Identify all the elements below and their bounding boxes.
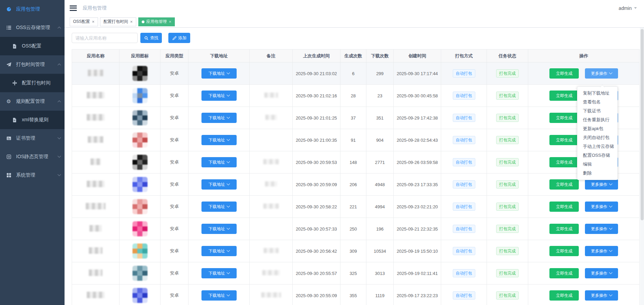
sidebar-item-IOS静态页管理[interactable]: IOS静态页管理: [0, 148, 65, 166]
download-url-dropdown-button[interactable]: 下载地址: [201, 179, 237, 190]
download-cell: 下载地址: [188, 85, 250, 107]
remark-cell: [250, 85, 293, 107]
hamburger-icon[interactable]: [70, 5, 77, 11]
table-row: 安卓 下载地址 2025-09-30 21:02:16 28 23 2025-0…: [72, 85, 640, 107]
user-dropdown[interactable]: admin: [619, 5, 637, 11]
app-icon-image: [132, 88, 148, 103]
app-name-cell: [72, 151, 120, 174]
download-url-dropdown-button[interactable]: 下载地址: [201, 135, 237, 145]
sidebar-item-label: 证书管理: [16, 135, 35, 141]
download-cell: 下载地址: [188, 151, 250, 174]
app-icon-image: [132, 199, 148, 214]
sidebar-item-系统管理[interactable]: 系统管理: [0, 166, 65, 184]
sidebar-item-应用包管理[interactable]: 应用包管理: [0, 0, 65, 18]
remark-cell: [250, 151, 293, 174]
dropdown-item-查看包名[interactable]: 查看包名: [577, 98, 617, 107]
more-actions-button[interactable]: 更多操作: [585, 290, 618, 301]
column-header: 操作: [528, 50, 640, 63]
download-cell: 下载地址: [188, 107, 250, 129]
certificate-icon: [6, 136, 12, 141]
dropdown-item-配置OSS存储[interactable]: 配置OSS存储: [577, 151, 617, 160]
sidebar-item-规则配置管理[interactable]: ⚙ 规则配置管理: [0, 92, 65, 111]
app-icon-image: [132, 244, 148, 259]
view-tab-配置打包时间[interactable]: 配置打包时间 ×: [100, 17, 136, 26]
created-time-cell: 2025-09-23 17:33:35: [394, 174, 441, 196]
list-icon: [6, 25, 12, 31]
dropdown-item-下载证书[interactable]: 下载证书: [577, 107, 617, 115]
pack-mode-cell: 自动打包: [441, 151, 487, 174]
page-content: 查找 添加 应用名称应用图标应用类型下载地址备注上次生成时间生成次数下载次数创建…: [65, 28, 644, 305]
tab-label: OSS配置: [73, 19, 90, 25]
sidebar-item-打包时间管理[interactable]: 打包时间管理: [0, 55, 65, 74]
more-actions-button[interactable]: 更多操作: [585, 246, 618, 256]
chevron-down-icon: [226, 115, 230, 119]
download-cell: 下载地址: [188, 262, 250, 285]
close-icon[interactable]: ×: [130, 19, 133, 24]
close-icon[interactable]: ×: [169, 19, 172, 24]
generate-now-button[interactable]: 立即生成: [549, 224, 579, 234]
task-status-cell: 打包完成: [487, 85, 528, 107]
dropdown-item-编辑[interactable]: 编辑: [577, 160, 617, 169]
sidebar-item-证书管理[interactable]: 证书管理: [0, 129, 65, 148]
last-generated-cell: 2025-09-30 21:00:35: [293, 129, 340, 151]
generate-count-cell: 325: [340, 262, 366, 285]
more-actions-button[interactable]: 更多操作: [585, 224, 618, 234]
download-count-cell: 2771: [366, 151, 394, 174]
download-cell: 下载地址: [188, 129, 250, 151]
download-url-dropdown-button[interactable]: 下载地址: [201, 202, 237, 212]
generate-now-button[interactable]: 立即生成: [549, 113, 579, 123]
download-count-cell: 3013: [366, 262, 394, 285]
redacted-app-name: [89, 247, 102, 254]
dropdown-item-复制下载地址[interactable]: 复制下载地址: [577, 89, 617, 98]
generate-now-button[interactable]: 立即生成: [549, 246, 579, 256]
last-generated-cell: 2025-09-30 20:55:57: [293, 262, 340, 285]
sidebar-item-配置打包时间[interactable]: 配置打包时间: [0, 74, 65, 92]
search-button[interactable]: 查找: [140, 33, 162, 43]
download-url-dropdown-button[interactable]: 下载地址: [201, 290, 237, 301]
sidebar-item-OSS云存储管理[interactable]: OSS云存储管理: [0, 18, 65, 37]
download-url-dropdown-button[interactable]: 下载地址: [201, 246, 237, 256]
add-button[interactable]: 添加: [168, 33, 190, 43]
view-tab-应用包管理[interactable]: 应用包管理 ×: [138, 17, 175, 26]
generate-now-button[interactable]: 立即生成: [549, 157, 579, 167]
generate-now-button[interactable]: 立即生成: [549, 91, 579, 101]
task-status-cell: 打包完成: [487, 285, 528, 305]
remark-cell: [250, 262, 293, 285]
download-url-dropdown-button[interactable]: 下载地址: [201, 113, 237, 123]
more-actions-button[interactable]: 更多操作: [585, 68, 618, 79]
dropdown-item-任务重新执行[interactable]: 任务重新执行: [577, 115, 617, 124]
close-icon[interactable]: ×: [92, 19, 95, 24]
move-icon: [12, 80, 17, 86]
dropdown-item-删除[interactable]: 删除: [577, 169, 617, 178]
sidebar-item-xml替换规则[interactable]: xml替换规则: [0, 111, 65, 129]
table-row: 安卓 下载地址 2025-09-30 20:57:33 250 196 2025…: [72, 218, 640, 240]
sidebar-item-OSS配置[interactable]: OSS配置: [0, 37, 65, 55]
download-url-dropdown-button[interactable]: 下载地址: [201, 224, 237, 234]
more-actions-button[interactable]: 更多操作: [585, 179, 618, 190]
more-actions-button[interactable]: 更多操作: [585, 202, 618, 212]
generate-now-button[interactable]: 立即生成: [549, 68, 579, 79]
send-icon: [6, 62, 12, 68]
dropdown-item-关闭自动打包[interactable]: 关闭自动打包: [577, 133, 617, 142]
download-url-dropdown-button[interactable]: 下载地址: [201, 268, 237, 278]
download-url-dropdown-button[interactable]: 下载地址: [201, 157, 237, 167]
generate-now-button[interactable]: 立即生成: [549, 202, 579, 212]
app-icon-cell: [120, 240, 160, 262]
more-actions-button[interactable]: 更多操作: [585, 268, 618, 278]
scrollbar-thumb[interactable]: [641, 29, 644, 220]
dropdown-item-更新apk包[interactable]: 更新apk包: [577, 124, 617, 133]
dropdown-item-手动上传云存储[interactable]: 手动上传云存储: [577, 142, 617, 151]
view-tab-OSS配置[interactable]: OSS配置 ×: [70, 17, 98, 26]
download-url-dropdown-button[interactable]: 下载地址: [201, 91, 237, 101]
vertical-scrollbar: [640, 28, 644, 305]
generate-now-button[interactable]: 立即生成: [549, 135, 579, 145]
generate-now-button[interactable]: 立即生成: [549, 179, 579, 190]
generate-now-button[interactable]: 立即生成: [549, 290, 579, 301]
created-time-cell: 2025-09-19 15:50:10: [394, 240, 441, 262]
created-time-cell: 2025-09-26 03:59:58: [394, 151, 441, 174]
generate-count-cell: 28: [340, 85, 366, 107]
generate-now-button[interactable]: 立即生成: [549, 268, 579, 278]
download-url-dropdown-button[interactable]: 下载地址: [201, 68, 237, 79]
app-name-search-input[interactable]: [72, 33, 138, 43]
sidebar-item-label: 应用包管理: [16, 6, 40, 12]
